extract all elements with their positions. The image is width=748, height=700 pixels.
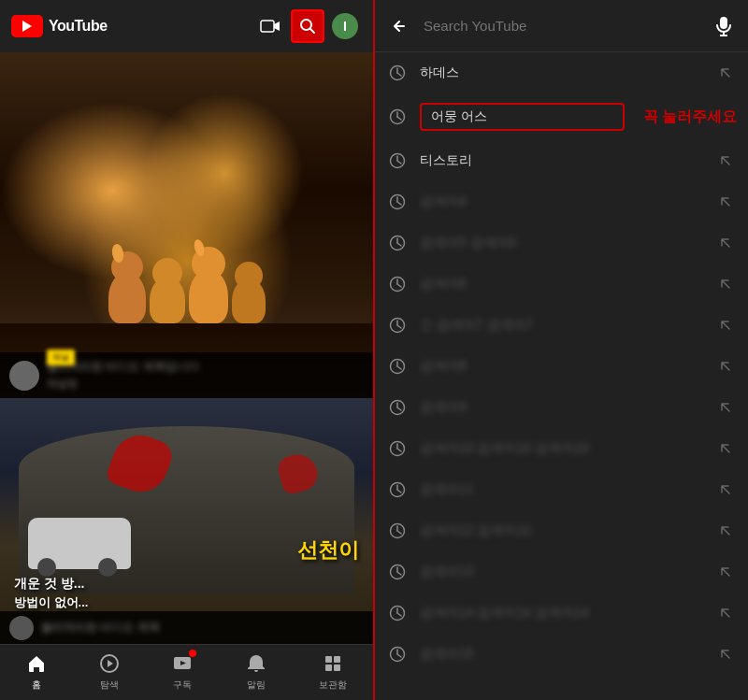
search-item-4[interactable]: 검색어4 [375, 181, 748, 222]
arrow-icon-13 [714, 561, 737, 583]
search-item-6[interactable]: 검색어6 [375, 264, 748, 305]
arrow-icon-5 [714, 232, 737, 254]
arrow-icon-4 [714, 191, 737, 213]
profile-button[interactable]: I [328, 9, 362, 43]
search-text-3: 티스토리 [420, 152, 703, 169]
arrow-icon-6 [714, 273, 737, 295]
search-text-6: 검색어6 [420, 276, 703, 293]
arrow-icon-14 [714, 602, 737, 624]
history-icon-15 [386, 643, 409, 665]
nav-library-label: 보관함 [319, 679, 347, 692]
search-text-5: 검색어5 검색어5 [420, 235, 703, 251]
youtube-icon [11, 15, 43, 37]
search-item-5[interactable]: 검색어5 검색어5 [375, 222, 748, 264]
channel-avatar-2 [9, 616, 34, 640]
search-item-7[interactable]: 긴 검색어7 검색어7 [375, 305, 748, 346]
svg-line-50 [397, 531, 401, 534]
search-text-14: 검색어14 검색어14 검색어14 [420, 605, 703, 621]
search-item-15[interactable]: 검색어15 [375, 634, 748, 675]
svg-rect-8 [325, 656, 332, 663]
svg-rect-0 [261, 21, 274, 32]
search-text-1: 하데스 [420, 64, 703, 81]
svg-line-53 [397, 572, 401, 575]
search-button[interactable] [291, 9, 324, 43]
history-icon-12 [386, 520, 409, 542]
search-item-12[interactable]: 검색어12 검색어12 [375, 510, 748, 551]
back-button[interactable] [382, 9, 416, 43]
right-panel: 하데스 어뭉 어스꼭 눌러주세요 티스토리 검색어4 검색어5 검색어5 검색어… [375, 0, 748, 700]
explore-icon [99, 653, 120, 676]
svg-line-47 [397, 490, 401, 493]
nav-notifications[interactable]: 알림 [246, 653, 266, 692]
youtube-logo: YouTube [11, 15, 108, 37]
search-text-2: 어뭉 어스 [420, 103, 625, 131]
svg-line-17 [397, 73, 401, 76]
history-icon-4 [386, 191, 409, 213]
search-header [375, 0, 748, 52]
youtube-logo-text: YouTube [49, 18, 108, 35]
search-item-13[interactable]: 검색어13 [375, 551, 748, 593]
video-thumbnail-1[interactable]: 블러처리된 비디오 제목입니다 채널명 채널 [0, 52, 373, 398]
nav-library[interactable]: 보관함 [319, 653, 347, 692]
library-icon [323, 653, 343, 676]
top-bar-icons: I [253, 9, 362, 43]
search-text-7: 긴 검색어7 검색어7 [420, 317, 703, 334]
bottom-nav: 홈 탐색 구독 [0, 644, 373, 700]
video-title-2: 블러처리된 비디오 제목 [41, 621, 364, 636]
history-icon-5 [386, 232, 409, 254]
camera-button[interactable] [253, 9, 287, 43]
svg-rect-9 [334, 656, 340, 663]
search-item-10[interactable]: 검색어10 검색어10 검색어10 [375, 428, 748, 469]
search-text-9: 검색어9 [420, 399, 703, 416]
left-panel: YouTube I [0, 0, 373, 700]
search-input[interactable] [424, 7, 699, 45]
history-icon-11 [386, 479, 409, 501]
svg-line-26 [397, 202, 401, 205]
search-item-14[interactable]: 검색어14 검색어14 검색어14 [375, 593, 748, 634]
svg-rect-12 [720, 17, 727, 29]
history-icon-1 [386, 62, 409, 84]
search-text-12: 검색어12 검색어12 [420, 522, 703, 539]
home-icon [26, 653, 47, 676]
history-icon-10 [386, 437, 409, 460]
history-icon-8 [386, 355, 409, 378]
arrow-icon-9 [714, 396, 737, 419]
video-info-2: 블러처리된 비디오 제목 [0, 611, 373, 644]
nav-explore[interactable]: 탐색 [99, 653, 120, 692]
svg-line-20 [397, 117, 401, 120]
arrow-icon-12 [714, 520, 737, 542]
nav-subscriptions[interactable]: 구독 [172, 653, 193, 692]
nav-explore-label: 탐색 [100, 679, 119, 692]
video-thumbnail-2[interactable]: 선천이 개운 것 방... 방법이 없어... 블러처리된 비디오 제목 [0, 398, 373, 644]
microphone-button[interactable] [707, 9, 741, 43]
search-item-8[interactable]: 검색어8 [375, 346, 748, 387]
arrow-icon-7 [714, 314, 737, 336]
search-item-11[interactable]: 검색어11 [375, 469, 748, 510]
svg-line-23 [397, 161, 401, 164]
search-item-3[interactable]: 티스토리 [375, 140, 748, 181]
search-item-2[interactable]: 어뭉 어스꼭 눌러주세요 [375, 93, 748, 140]
history-icon-9 [386, 396, 409, 419]
svg-line-59 [397, 654, 401, 657]
video-title-1: 블러처리된 비디오 제목입니다 [47, 360, 364, 375]
arrow-icon-1 [714, 62, 737, 84]
arrow-icon-3 [714, 150, 737, 172]
search-text-11: 검색어11 [420, 481, 703, 498]
svg-marker-5 [108, 660, 113, 667]
search-item-9[interactable]: 검색어9 [375, 387, 748, 428]
notifications-icon [246, 653, 266, 676]
search-list: 하데스 어뭉 어스꼭 눌러주세요 티스토리 검색어4 검색어5 검색어5 검색어… [375, 52, 748, 700]
arrow-icon-11 [714, 479, 737, 501]
search-text-10: 검색어10 검색어10 검색어10 [420, 440, 703, 457]
svg-line-29 [397, 243, 401, 246]
history-icon-14 [386, 602, 409, 624]
svg-line-38 [397, 366, 401, 369]
arrow-icon-10 [714, 437, 737, 460]
nav-notifications-label: 알림 [247, 679, 266, 692]
svg-line-3 [310, 29, 315, 34]
search-annotation-2: 꼭 눌러주세요 [643, 107, 737, 127]
search-item-1[interactable]: 하데스 [375, 52, 748, 93]
history-icon-3 [386, 150, 409, 172]
history-icon-13 [386, 561, 409, 583]
nav-home[interactable]: 홈 [26, 653, 47, 692]
